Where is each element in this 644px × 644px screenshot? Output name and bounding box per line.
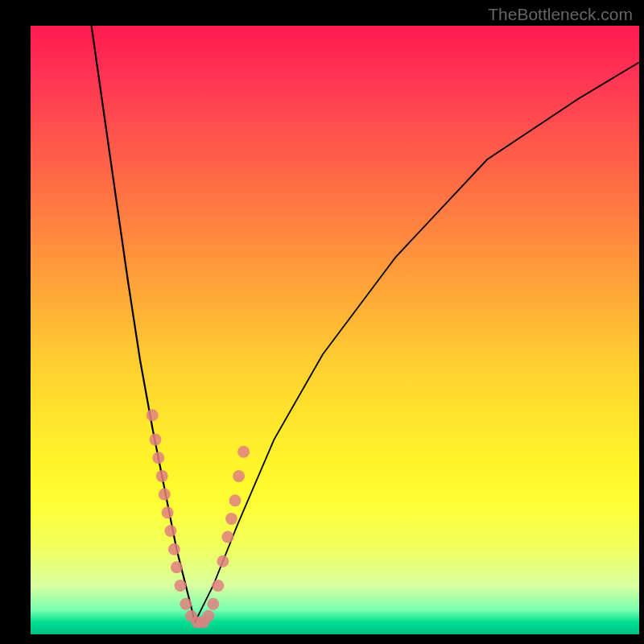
data-marker [171, 561, 183, 573]
data-marker [159, 489, 171, 501]
data-marker [207, 598, 219, 610]
data-marker [233, 470, 245, 482]
data-marker [212, 580, 224, 592]
data-marker [175, 580, 187, 592]
bottleneck-curve-left [92, 26, 196, 622]
marker-group [147, 409, 250, 628]
data-marker [180, 598, 192, 610]
bottleneck-curve-right [195, 62, 639, 622]
data-marker [152, 452, 164, 464]
watermark-text: TheBottleneck.com [488, 5, 633, 24]
data-marker [162, 506, 174, 518]
data-marker [202, 610, 214, 622]
data-marker [229, 494, 242, 506]
data-marker [156, 470, 168, 482]
chart-plot-area [31, 26, 639, 634]
data-marker [147, 409, 159, 421]
data-marker [221, 531, 233, 543]
data-marker [150, 434, 162, 446]
data-marker [237, 446, 250, 458]
data-marker [217, 555, 229, 568]
data-marker [164, 525, 176, 537]
data-marker [168, 543, 180, 555]
chart-svg [31, 26, 639, 634]
data-marker [225, 513, 237, 525]
